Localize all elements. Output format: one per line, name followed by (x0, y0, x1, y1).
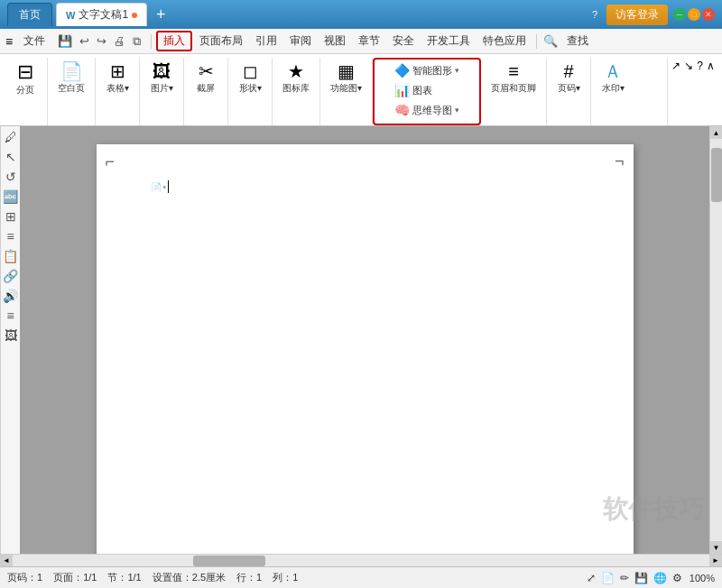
funcdiag-button[interactable]: ▦ 功能图▾ (326, 60, 366, 97)
ribbon-group-blank: 📄 空白页 (48, 58, 96, 125)
mindmap-button[interactable]: 🧠 思维导图 ▾ (391, 101, 463, 119)
menu-security[interactable]: 安全 (387, 31, 420, 51)
sidebar-text-icon[interactable]: 🔤 (3, 189, 18, 204)
minimize-button[interactable]: ─ (673, 8, 686, 21)
group-items: ≡ 页眉和页脚 (486, 60, 541, 124)
scrollbar-vertical[interactable]: ▲ ▼ (709, 126, 722, 554)
tab-doc[interactable]: W 文字文稿1 (56, 3, 147, 26)
group-items: 🔷 智能图形 ▾ 📊 图表 🧠 思维导图 ▾ ⬡ 关系图 📈 在线图表 (391, 61, 463, 126)
zoom-level: 100% (690, 573, 715, 583)
hamburger-menu[interactable]: ≡ (5, 34, 13, 49)
chart-icon: 📊 (394, 83, 410, 97)
menu-file[interactable]: 文件 (18, 31, 51, 51)
mindmap-icon: 🧠 (394, 103, 410, 117)
table-button[interactable]: ⊞ 表格▾ (101, 60, 134, 97)
blank-page-icon: 📄 (60, 62, 83, 80)
sidebar-cursor-icon[interactable]: ↖ (5, 150, 16, 164)
cursor-area: 📄 • (151, 180, 170, 193)
menu-chapter[interactable]: 章节 (353, 31, 385, 51)
menu-special[interactable]: 特色应用 (477, 31, 532, 51)
maximize-button[interactable]: □ (688, 8, 700, 21)
group-items: ★ 图标库 (278, 60, 314, 124)
new-tab-button[interactable]: + (151, 5, 171, 24)
menu-devtools[interactable]: 开发工具 (421, 31, 476, 51)
sidebar-volume-icon[interactable]: 🔊 (3, 289, 18, 303)
help-btn[interactable]: ? (588, 7, 601, 22)
question-icon[interactable]: ? (697, 60, 703, 72)
print-icon[interactable]: 🖨 (112, 33, 127, 49)
status-icon-expand[interactable]: ⤢ (587, 572, 596, 584)
chart-button[interactable]: 📊 图表 (391, 81, 436, 99)
status-icon-save[interactable]: 💾 (634, 572, 648, 584)
iconlib-button[interactable]: ★ 图标库 (278, 60, 314, 97)
collapse-icon[interactable]: ↘ (684, 60, 693, 72)
menu-pagelayout[interactable]: 页面布局 (194, 31, 248, 51)
status-icon-globe[interactable]: 🌐 (653, 572, 667, 584)
ribbon-group-screenshot: ✂ 截屏 (184, 58, 228, 125)
page-break-button[interactable]: ⊟ 分页 (9, 60, 42, 99)
scrollbar-horizontal[interactable]: ◄ ► (0, 554, 722, 566)
sidebar-table-icon[interactable]: ⊞ (5, 209, 16, 224)
blank-page-button[interactable]: 📄 空白页 (53, 60, 89, 97)
ribbon-group-image: 🖼 图片▾ (140, 58, 184, 125)
smartshape-button[interactable]: 🔷 智能图形 ▾ (391, 61, 463, 79)
doc-content[interactable]: ⌐ ¬ 📄 • (20, 126, 709, 554)
status-icon-edit[interactable]: ✏ (620, 572, 629, 584)
sidebar-image-icon[interactable]: 🖼 (5, 328, 17, 343)
redo-icon[interactable]: ↪ (95, 33, 108, 49)
scroll-right-button[interactable]: ► (709, 555, 722, 567)
col-label: 列：1 (273, 571, 298, 584)
ribbon-group-page: ⊟ 分页 (4, 58, 48, 125)
sidebar-list-icon[interactable]: ≡ (6, 229, 14, 243)
scroll-down-button[interactable]: ▼ (710, 541, 723, 554)
menu-view[interactable]: 视图 (319, 31, 351, 51)
ribbon-group-smartshapes: 🔷 智能图形 ▾ 📊 图表 🧠 思维导图 ▾ ⬡ 关系图 📈 在线图表 (373, 58, 481, 125)
separator (151, 34, 152, 49)
group-items: ◻ 形状▾ (234, 60, 266, 124)
section-label: 节：1/1 (107, 571, 141, 584)
copy-icon[interactable]: ⧉ (131, 33, 143, 50)
hscroll-track[interactable] (13, 555, 709, 566)
search-icon[interactable]: 🔍 (542, 33, 560, 49)
corner-mark-tr: ¬ (615, 153, 625, 170)
status-icon-settings[interactable]: ⚙ (672, 572, 682, 584)
pagenum-button[interactable]: # 页码▾ (552, 60, 585, 97)
funcdiag-icon: ▦ (338, 62, 355, 80)
sidebar-edit-icon[interactable]: 🖊 (5, 130, 17, 144)
status-icon-pages[interactable]: 📄 (601, 572, 615, 584)
sidebar-rotate-icon[interactable]: ↺ (5, 170, 16, 184)
save-icon[interactable]: 💾 (56, 33, 74, 49)
group-items: 🖼 图片▾ (145, 60, 178, 124)
menu-review[interactable]: 审阅 (284, 31, 317, 51)
ribbon-right-tools: ↗ ↘ ? ∧ (667, 58, 718, 125)
login-button[interactable]: 访客登录 (606, 5, 668, 25)
shape-button[interactable]: ◻ 形状▾ (234, 60, 266, 97)
menu-search[interactable]: 查找 (561, 31, 594, 51)
watermark-icon: Ａ (604, 62, 622, 80)
screenshot-button[interactable]: ✂ 截屏 (190, 60, 222, 97)
undo-icon[interactable]: ↩ (78, 33, 91, 49)
close-button[interactable]: ✕ (702, 8, 715, 21)
watermark-button[interactable]: Ａ 水印▾ (597, 60, 629, 97)
scroll-thumb[interactable] (711, 148, 722, 202)
hscroll-thumb[interactable] (193, 556, 265, 566)
tab-home[interactable]: 首页 (7, 3, 52, 26)
expand-icon[interactable]: ↗ (671, 60, 680, 72)
scroll-up-button[interactable]: ▲ (710, 126, 723, 139)
scroll-track[interactable] (710, 139, 722, 541)
sidebar-link-icon[interactable]: 🔗 (3, 269, 18, 283)
ribbon-group-watermark: Ａ 水印▾ (591, 58, 634, 125)
sidebar-menu-icon[interactable]: ≡ (6, 308, 14, 323)
up-icon[interactable]: ∧ (707, 60, 715, 72)
ribbon-group-iconlib: ★ 图标库 (273, 58, 320, 125)
headerfooter-button[interactable]: ≡ 页眉和页脚 (486, 60, 541, 97)
document-area: 🖊 ↖ ↺ 🔤 ⊞ ≡ 📋 🔗 🔊 ≡ 🖼 ⌐ ¬ 📄 • ▲ ▼ (0, 126, 722, 554)
sidebar-clipboard-icon[interactable]: 📋 (3, 249, 18, 263)
status-bar: 页码：1 页面：1/1 节：1/1 设置值：2.5厘米 行：1 列：1 ⤢ 📄 … (0, 566, 722, 588)
image-button[interactable]: 🖼 图片▾ (145, 60, 178, 97)
settings-label: 设置值：2.5厘米 (153, 571, 226, 584)
ribbon-group-shape: ◻ 形状▾ (228, 58, 273, 125)
menu-insert[interactable]: 插入 (156, 31, 192, 51)
scroll-left-button[interactable]: ◄ (0, 555, 13, 567)
menu-reference[interactable]: 引用 (250, 31, 282, 51)
